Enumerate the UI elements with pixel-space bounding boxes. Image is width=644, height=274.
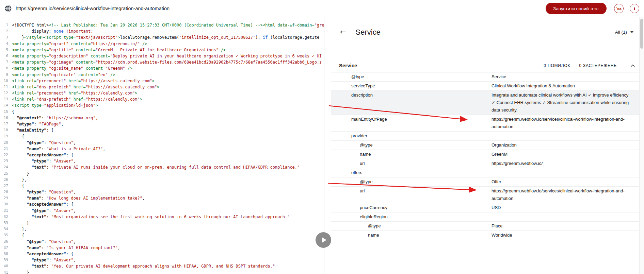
code-line: 13<link rel="dns-prefetch" href="https:/… xyxy=(0,96,324,102)
code-line: 7<meta property="og:image" content="http… xyxy=(0,59,324,65)
line-number: 25 xyxy=(0,171,12,177)
schema-value: USD xyxy=(492,204,639,211)
line-number: 26 xyxy=(0,177,12,183)
schema-key: @type xyxy=(331,141,492,149)
line-number: 9 xyxy=(0,72,12,78)
code-line: 15{ xyxy=(0,109,324,115)
line-number: 5 xyxy=(0,47,12,53)
line-number: 35 xyxy=(0,232,12,238)
code-line: 28 "@type": "Question", xyxy=(0,189,324,195)
schema-key: description xyxy=(331,91,492,114)
run-new-test-button[interactable]: Запустити новий тест xyxy=(546,3,607,14)
line-number: 10 xyxy=(0,78,12,84)
schema-row-name[interactable]: nameGreenM xyxy=(331,150,639,159)
schema-key: url xyxy=(331,187,492,202)
line-number: 19 xyxy=(0,133,12,139)
line-number: 24 xyxy=(0,164,12,170)
schema-row-@type[interactable]: @typeOffer xyxy=(331,177,639,187)
arrow-left-icon: ← xyxy=(340,28,346,36)
code-line: 31 "@type": "Answer", xyxy=(0,208,324,214)
schema-key: offers xyxy=(331,169,492,176)
schema-key: url xyxy=(331,160,492,167)
code-line: 25 } xyxy=(0,171,324,177)
code-line: 34 }, xyxy=(0,226,324,232)
schema-row-@type[interactable]: @typeService xyxy=(331,72,639,82)
source-code-panel[interactable]: 1<!DOCTYPE html><!-- Last Published: Tue… xyxy=(0,17,324,274)
code-line: 18 "mainEntity": [ xyxy=(0,127,324,133)
line-number: 11 xyxy=(0,84,12,90)
line-number: 39 xyxy=(0,257,12,263)
code-line: 3 }</style><script type="text/javascript… xyxy=(0,34,324,40)
info-button[interactable]: i xyxy=(630,4,639,13)
schema-row-@type[interactable]: @typeOrganization xyxy=(331,141,639,150)
schema-key: priceCurrency xyxy=(331,204,492,211)
language-toggle-button[interactable]: ʼва xyxy=(614,4,624,13)
schema-row-serviceType[interactable]: serviceTypeClinical Workflow Integration… xyxy=(331,82,639,91)
back-button[interactable]: ← xyxy=(338,27,348,37)
schema-value xyxy=(492,213,639,221)
scrollbar-thumb[interactable] xyxy=(640,19,643,49)
line-number: 37 xyxy=(0,245,12,251)
code-editor: 1<!DOCTYPE html><!-- Last Published: Tue… xyxy=(0,22,324,274)
code-line: 30 "acceptedAnswer": { xyxy=(0,201,324,207)
code-line: 17 "@type": "FAQPage", xyxy=(0,121,324,127)
schema-row-description[interactable]: descriptionIntegrate and automate clinic… xyxy=(331,91,639,115)
schema-row-url[interactable]: urlhttps://greenm.webflow.io/ xyxy=(331,159,639,168)
code-line: 29 "name": "How long does AI implementat… xyxy=(0,195,324,201)
schema-value: Worldwide xyxy=(492,232,639,239)
code-line: 27 { xyxy=(0,183,324,189)
line-number: 16 xyxy=(0,115,12,121)
line-number: 3 xyxy=(0,34,12,40)
line-number: 30 xyxy=(0,201,12,207)
line-number: 23 xyxy=(0,158,12,164)
schema-value: https://greenm.webflow.io/services/clini… xyxy=(492,116,639,131)
schema-row-eligibleRegion[interactable]: eligibleRegion xyxy=(331,212,639,222)
schema-key: provider xyxy=(331,132,492,140)
schema-value xyxy=(492,169,639,176)
warnings-count: 0 ЗАСТЕРЕЖЕНЬ xyxy=(579,63,617,68)
schema-value: https://greenm.webflow.io/services/clini… xyxy=(492,187,639,202)
line-number: 20 xyxy=(0,140,12,146)
code-line: 21 "name": "What is a Private AI?", xyxy=(0,146,324,152)
schema-row-@type[interactable]: @typePlace xyxy=(331,222,639,231)
line-number: 29 xyxy=(0,195,12,201)
line-number: 6 xyxy=(0,53,12,59)
schema-row-mainEntityOfPage[interactable]: mainEntityOfPagehttps://greenm.webflow.i… xyxy=(331,115,639,132)
line-number: 12 xyxy=(0,90,12,96)
schema-key: mainEntityOfPage xyxy=(331,116,492,131)
filter-dropdown[interactable]: All (1) xyxy=(613,29,636,35)
line-number: 4 xyxy=(0,41,12,47)
schema-key: name xyxy=(331,151,492,158)
schema-key: @type xyxy=(331,73,492,81)
line-number: 38 xyxy=(0,251,12,257)
schema-value: Organization xyxy=(492,141,639,149)
line-number: 27 xyxy=(0,183,12,189)
schema-row-name[interactable]: nameWorldwide xyxy=(331,231,639,240)
page-title: Service xyxy=(356,28,381,37)
code-line: 11<link rel="dns-prefetch" href="https:/… xyxy=(0,84,324,90)
validation-stats: 0 ПОМИЛОК 0 ЗАСТЕРЕЖЕНЬ xyxy=(544,63,617,68)
code-line: 32 "text": "Most organizations see the f… xyxy=(0,214,324,220)
schema-row-priceCurrency[interactable]: priceCurrencyUSD xyxy=(331,203,639,212)
line-number: 1 xyxy=(0,22,12,28)
code-line: 8<meta property="og:site_name" content="… xyxy=(0,65,324,71)
schema-row-provider[interactable]: provider xyxy=(331,132,639,141)
schema-key: @type xyxy=(331,222,492,230)
line-number: 28 xyxy=(0,189,12,195)
play-icon xyxy=(322,237,326,243)
collapse-button[interactable] xyxy=(628,61,637,70)
line-number: 15 xyxy=(0,109,12,115)
line-number: 21 xyxy=(0,146,12,152)
code-line: 41 } xyxy=(0,270,324,274)
play-button[interactable] xyxy=(316,232,331,248)
schema-value: Service xyxy=(492,73,639,81)
chevron-down-icon xyxy=(630,31,634,33)
url-input[interactable]: https://greenm.io/services/clinical-work… xyxy=(16,6,546,11)
schema-row-url[interactable]: urlhttps://greenm.webflow.io/services/cl… xyxy=(331,187,639,203)
code-line: 19 { xyxy=(0,133,324,139)
schema-value: GreenM xyxy=(492,151,639,158)
code-line: 37 "name": "Is your AI HIPAA compliant?"… xyxy=(0,245,324,251)
results-header: ← Service All (1) xyxy=(324,17,644,47)
result-card: Service 0 ПОМИЛОК 0 ЗАСТЕРЕЖЕНЬ @typeSer… xyxy=(331,59,639,240)
schema-row-offers[interactable]: offers xyxy=(331,168,639,177)
